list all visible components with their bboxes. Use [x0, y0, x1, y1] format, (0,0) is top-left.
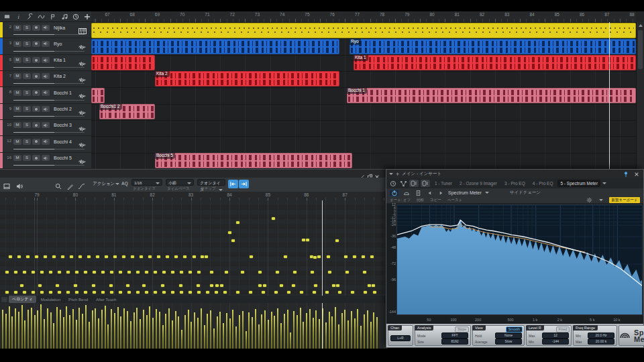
velocity-bar[interactable]: [280, 323, 282, 349]
midi-note[interactable]: [189, 271, 192, 274]
midi-note[interactable]: [274, 291, 278, 294]
midi-note[interactable]: [93, 291, 96, 294]
velocity-bar[interactable]: [117, 307, 119, 349]
velocity-bar[interactable]: [194, 312, 195, 349]
velocity-bar[interactable]: [178, 316, 179, 349]
midi-note[interactable]: [228, 231, 231, 234]
midi-note[interactable]: [140, 255, 143, 258]
midi-note[interactable]: [180, 291, 183, 294]
midi-note[interactable]: [93, 271, 96, 274]
velocity-bar[interactable]: [89, 322, 90, 349]
velocity-bar[interactable]: [309, 309, 311, 349]
midi-note[interactable]: [40, 291, 44, 294]
velocity-bar[interactable]: [9, 306, 10, 349]
velocity-bar[interactable]: [123, 308, 125, 349]
velocity-bar[interactable]: [303, 322, 304, 349]
track-name[interactable]: Kita 2: [54, 74, 66, 78]
midi-note[interactable]: [5, 291, 9, 294]
midi-note[interactable]: [373, 291, 376, 294]
quantize-select[interactable]: 1/16: [131, 179, 162, 186]
velocity-bar[interactable]: [338, 324, 339, 349]
velocity-bar[interactable]: [373, 312, 374, 349]
solo-button[interactable]: S: [23, 155, 31, 161]
value-button[interactable]: FFT: [441, 333, 468, 339]
midi-note[interactable]: [109, 284, 113, 287]
midi-note[interactable]: [61, 255, 64, 258]
copy-label[interactable]: コピー: [430, 198, 441, 202]
midi-note[interactable]: [66, 291, 70, 294]
velocity-bar[interactable]: [252, 317, 253, 349]
velocity-bar[interactable]: [290, 333, 291, 349]
volume-slider[interactable]: [13, 51, 85, 52]
midi-note[interactable]: [300, 291, 303, 294]
midi-note[interactable]: [49, 291, 52, 294]
midi-note[interactable]: [368, 284, 371, 287]
midi-note[interactable]: [78, 255, 82, 258]
velocity-bar[interactable]: [248, 312, 250, 349]
velocity-bar[interactable]: [213, 328, 215, 349]
midi-note[interactable]: [58, 271, 61, 274]
volume-slider[interactable]: [13, 149, 85, 149]
solo-button[interactable]: S: [23, 122, 31, 128]
track-name[interactable]: Kita 1: [54, 58, 66, 62]
velocity-bar[interactable]: [152, 318, 154, 349]
midi-note[interactable]: [262, 291, 265, 294]
velocity-bar[interactable]: [274, 316, 275, 349]
arrange-clip[interactable]: Bocchi1 2: [99, 104, 155, 119]
midi-note[interactable]: [206, 291, 209, 294]
velocity-bar[interactable]: [162, 325, 164, 349]
track-name[interactable]: Bocchi 5: [54, 156, 72, 160]
midi-note[interactable]: [32, 291, 35, 294]
velocity-bar[interactable]: [268, 320, 269, 349]
midi-note[interactable]: [180, 271, 183, 274]
midi-note[interactable]: [250, 255, 253, 258]
toggle-slope[interactable]: Slope: [455, 326, 469, 333]
value-button[interactable]: 12: [542, 333, 569, 339]
velocity-bar[interactable]: [47, 308, 48, 349]
velocity-bar[interactable]: [357, 309, 358, 349]
velocity-bar[interactable]: [354, 318, 356, 349]
arrange-clip[interactable]: [91, 88, 105, 103]
midi-note[interactable]: [148, 255, 152, 258]
velocity-bar[interactable]: [239, 315, 240, 349]
midi-note[interactable]: [110, 291, 113, 294]
record-arm-button[interactable]: [32, 41, 40, 47]
toggle-fixed[interactable]: Fixed: [556, 326, 570, 333]
midi-note[interactable]: [110, 271, 113, 274]
arrange-clip[interactable]: Kita 2: [155, 71, 339, 86]
midi-note[interactable]: [292, 284, 295, 287]
solo-button[interactable]: S: [23, 139, 31, 145]
midi-note[interactable]: [263, 284, 266, 287]
monitor-a-button[interactable]: [409, 180, 419, 187]
velocity-bar[interactable]: [2, 310, 3, 349]
velocity-bar[interactable]: [127, 311, 128, 349]
velocity-bar[interactable]: [63, 317, 64, 349]
edit-icon[interactable]: [360, 170, 366, 177]
velocity-bar[interactable]: [284, 314, 285, 349]
velocity-bar[interactable]: [37, 310, 38, 349]
velocity-bar[interactable]: [277, 308, 278, 349]
solo-button[interactable]: S: [23, 106, 31, 112]
track-header-row[interactable]: 2MSNijika: [0, 22, 91, 38]
volume-slider[interactable]: [13, 116, 85, 117]
velocity-bar[interactable]: [56, 307, 58, 349]
midi-note[interactable]: [351, 291, 354, 294]
midi-note[interactable]: [183, 255, 186, 258]
midi-note[interactable]: [364, 291, 367, 294]
compare-label[interactable]: 比較: [417, 198, 424, 202]
midi-note[interactable]: [136, 271, 140, 274]
tab-modulation[interactable]: Modulation: [38, 297, 64, 302]
velocity-bar[interactable]: [21, 305, 23, 349]
track-name[interactable]: Nijika: [54, 25, 65, 30]
midi-note[interactable]: [236, 291, 239, 294]
track-header-row[interactable]: 7MSKita 2: [0, 71, 91, 87]
midi-note[interactable]: [249, 291, 252, 294]
velocity-bar[interactable]: [69, 315, 70, 349]
prev-preset-icon[interactable]: [425, 189, 433, 196]
velocity-lane[interactable]: [0, 303, 388, 349]
midi-note[interactable]: [272, 217, 275, 220]
solo-button[interactable]: S: [23, 41, 31, 47]
value-button[interactable]: 20.0 Hz: [588, 333, 614, 339]
velocity-bar[interactable]: [130, 321, 131, 349]
velocity-bar[interactable]: [105, 306, 106, 349]
